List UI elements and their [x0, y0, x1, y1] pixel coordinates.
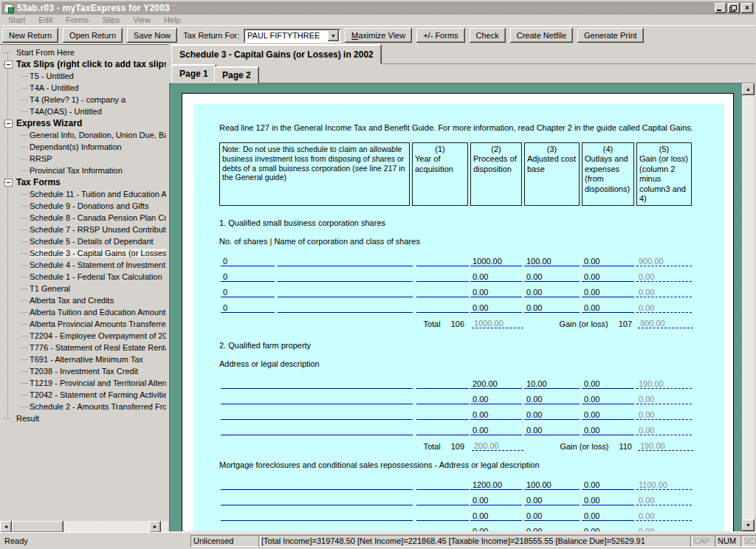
sidebar-item[interactable]: T2038 - Investment Tax Credit	[0, 365, 166, 377]
outlays-field[interactable]: 0.00	[582, 266, 634, 282]
description-field[interactable]	[221, 490, 413, 505]
shares-field[interactable]: 0	[221, 251, 275, 266]
outlays-field[interactable]: 0.00	[582, 251, 634, 266]
scroll-right-icon[interactable]: ►	[149, 521, 161, 533]
adjusted-cost-field[interactable]: 100.00	[524, 474, 580, 490]
open-return-button[interactable]: Open Return	[63, 28, 123, 43]
sidebar-horizontal-scrollbar[interactable]: ◄ ►	[0, 521, 168, 533]
sidebar-scrollbar-thumb[interactable]	[12, 521, 63, 533]
description-field[interactable]	[221, 521, 413, 531]
year-field[interactable]	[416, 266, 469, 282]
menu-item-forms[interactable]: Forms	[59, 15, 95, 24]
proceeds-field[interactable]: 0.00	[470, 297, 522, 313]
year-field[interactable]	[416, 373, 469, 389]
sidebar-item[interactable]: Start From Here	[0, 46, 166, 58]
year-field[interactable]	[416, 490, 469, 505]
generate-print-button[interactable]: Generate Print	[577, 28, 644, 43]
outlays-field[interactable]: 0.00	[582, 282, 634, 297]
adjusted-cost-field[interactable]: 0.00	[524, 389, 580, 404]
form-vertical-scrollbar[interactable]: ▲ ▼	[742, 83, 755, 531]
sidebar-item[interactable]: Provincial Tax Information	[0, 165, 166, 176]
adjusted-cost-field[interactable]: 0.00	[524, 266, 580, 282]
proceeds-field[interactable]: 1000.00	[470, 251, 522, 266]
sidebar-item[interactable]: Express Wizard	[0, 117, 166, 129]
description-field[interactable]	[221, 404, 413, 420]
sidebar-item[interactable]: Schedule 8 - Canada Pension Plan Cont	[0, 212, 166, 224]
adjusted-cost-field[interactable]: 10.00	[524, 373, 580, 389]
tree-collapse-icon[interactable]	[4, 179, 13, 187]
sidebar-item[interactable]: T4A - Untitled	[0, 82, 166, 94]
menu-item-edit[interactable]: Edit	[32, 15, 59, 24]
proceeds-field[interactable]: 0.00	[470, 266, 522, 282]
description-field[interactable]	[221, 420, 413, 435]
description-field[interactable]	[221, 474, 413, 490]
year-field[interactable]	[416, 389, 469, 404]
sidebar-item[interactable]: Tax Forms	[0, 176, 166, 188]
sidebar-item[interactable]: Schedule 4 - Statement of Investment	[0, 259, 166, 271]
outlays-field[interactable]: 0.00	[582, 373, 634, 389]
outlays-field[interactable]: 0.00	[582, 474, 634, 490]
year-field[interactable]	[416, 282, 469, 297]
tree-collapse-icon[interactable]	[4, 61, 13, 69]
adjusted-cost-field[interactable]: 100.00	[524, 251, 580, 266]
sidebar-item[interactable]: Alberta Tuition and Education Amounts	[0, 306, 166, 318]
sidebar-item[interactable]: T4A(OAS) - Untitled	[0, 106, 166, 117]
menu-item-slips[interactable]: Slips	[95, 15, 126, 24]
shares-field[interactable]: 0	[221, 297, 275, 313]
scroll-up-icon[interactable]: ▲	[742, 83, 755, 95]
adjusted-cost-field[interactable]: 0.00	[524, 521, 580, 531]
adjusted-cost-field[interactable]: 0.00	[524, 505, 580, 521]
save-now-button[interactable]: Save Now	[127, 28, 177, 43]
proceeds-field[interactable]: 0.00	[470, 505, 522, 521]
menu-item-view[interactable]: View	[126, 15, 157, 24]
sidebar-item[interactable]: Schedule 11 - Tuition and Education Am	[0, 188, 166, 200]
sidebar-item[interactable]: Schedule 1 - Federal Tax Calculation	[0, 271, 166, 283]
description-field[interactable]	[221, 373, 413, 389]
scroll-left-icon[interactable]: ◄	[0, 521, 12, 533]
proceeds-field[interactable]: 0.00	[470, 420, 522, 435]
sidebar-item[interactable]: Result	[0, 412, 166, 424]
adjusted-cost-field[interactable]: 0.00	[524, 420, 580, 435]
taxpayer-select[interactable]: PAUL FIFTYTHREE ▼	[244, 29, 340, 43]
shares-field[interactable]: 0	[221, 266, 275, 282]
outlays-field[interactable]: 0.00	[582, 420, 634, 435]
sidebar-item[interactable]: T5 - Untitled	[0, 70, 166, 82]
sidebar-item[interactable]: T1 General	[0, 283, 166, 294]
proceeds-field[interactable]: 1200.00	[470, 474, 522, 490]
year-field[interactable]	[416, 474, 469, 490]
close-button[interactable]: ×	[741, 3, 753, 13]
sidebar-item[interactable]: General Info, Donation, Union Due, Ba	[0, 129, 166, 141]
year-field[interactable]	[416, 297, 469, 313]
proceeds-field[interactable]: 0.00	[470, 389, 522, 404]
scroll-down-icon[interactable]: ▼	[742, 519, 755, 531]
proceeds-field[interactable]: 0.00	[470, 404, 522, 420]
menu-item-start[interactable]: Start	[1, 15, 32, 24]
proceeds-field[interactable]: 200.00	[470, 373, 522, 389]
adjusted-cost-field[interactable]: 0.00	[524, 404, 580, 420]
proceeds-field[interactable]: 0.00	[470, 521, 522, 531]
name-field[interactable]	[278, 297, 413, 313]
sidebar-item[interactable]: Tax Slips (right click to add tax slips)	[0, 58, 166, 70]
description-field[interactable]	[221, 389, 413, 404]
year-field[interactable]	[416, 505, 469, 521]
combo-dropdown-icon[interactable]: ▼	[328, 30, 339, 41]
year-field[interactable]	[416, 404, 469, 420]
sidebar-item[interactable]: T776 - Statement of Real Estate Renta	[0, 342, 166, 353]
adjusted-cost-field[interactable]: 0.00	[524, 282, 580, 297]
outlays-field[interactable]: 0.00	[582, 404, 634, 420]
sidebar-item[interactable]: T1219 - Provincial and Territorial Alter…	[0, 377, 166, 389]
minimize-button[interactable]	[715, 3, 726, 13]
outlays-field[interactable]: 0.00	[582, 389, 634, 404]
adjusted-cost-field[interactable]: 0.00	[524, 490, 580, 505]
menu-item-help[interactable]: Help	[157, 15, 188, 24]
sidebar-item[interactable]: Dependant(s) Information	[0, 141, 166, 153]
outlays-field[interactable]: 0.00	[582, 521, 634, 531]
maximize-view-button[interactable]: Maximize View	[345, 28, 412, 43]
new-return-button[interactable]: New Return	[2, 28, 58, 43]
sidebar-item[interactable]: Schedule 5 - Details of Dependant	[0, 235, 166, 247]
description-field[interactable]	[221, 505, 413, 521]
outlays-field[interactable]: 0.00	[582, 297, 634, 313]
sidebar-item[interactable]: Alberta Provincial Amounts Transferred	[0, 318, 166, 330]
sidebar-item[interactable]: T2204 - Employee Overpayment of 200	[0, 330, 166, 342]
restore-button[interactable]	[728, 3, 740, 13]
